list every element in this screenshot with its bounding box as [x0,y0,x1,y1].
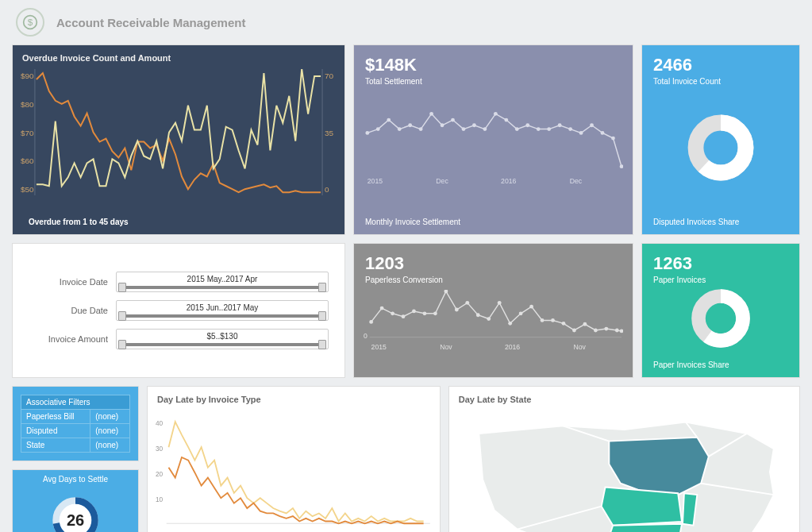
svg-point-12 [365,131,369,135]
svg-point-54 [465,301,469,305]
page-title: Account Receivable Management [56,16,245,29]
paperless-label: Paperless Conversion [354,274,633,291]
svg-text:$70: $70 [21,129,34,137]
svg-point-34 [601,131,605,135]
svg-point-33 [590,123,594,127]
svg-point-32 [579,131,583,135]
daylate-state-title: Day Late by State [449,387,799,408]
svg-point-66 [594,329,598,333]
invoice-date-value: 2015 May..2017 Apr [187,275,258,283]
overdue-card: Overdue Invoice Count and Amount $90 $80… [12,44,345,235]
page-header: $ Account Receivable Management [0,0,812,44]
paper-footer: Paper Invoices Share [653,360,729,369]
table-row: Paperless Bill(none) [21,410,130,424]
daylate-type-title: Day Late by Invoice Type [148,387,440,408]
svg-point-64 [572,329,576,333]
svg-point-67 [604,327,608,331]
svg-point-56 [487,317,491,321]
svg-point-55 [476,313,480,317]
svg-text:0: 0 [325,185,329,194]
paper-donut[interactable] [642,277,799,360]
svg-point-29 [547,127,551,131]
svg-point-48 [402,314,406,318]
svg-text:$60: $60 [21,156,34,165]
svg-point-30 [558,123,562,127]
due-date-label: Due Date [29,306,108,315]
settle-gauge-card: Avg Days to Settle 26 [12,469,139,532]
associative-filters-card: Associative Filters Paperless Bill(none)… [12,386,139,461]
invoice-date-label: Invoice Date [29,277,108,287]
svg-point-17 [419,127,423,131]
assoc-table: Associative Filters Paperless Bill(none)… [21,395,130,453]
invoice-count-value: 2466 [642,45,799,75]
slider-handle-icon[interactable] [318,311,326,321]
settle-value: 26 [67,511,84,530]
svg-point-61 [541,318,545,322]
svg-point-65 [583,322,587,326]
disputed-footer: Disputed Invoices Share [653,218,739,226]
svg-point-22 [472,123,476,127]
overdue-title: Overdue Invoice Count and Amount [13,45,344,67]
svg-point-59 [519,311,523,315]
table-row: State(none) [21,438,130,453]
daylate-type-card: Day Late by Invoice Type 40 30 20 10 ↓↑ … [147,386,441,532]
svg-point-23 [483,127,487,131]
svg-point-14 [387,118,391,122]
svg-text:2015: 2015 [368,177,383,185]
invoice-amount-slider[interactable]: $5..$130 [116,329,329,349]
svg-point-15 [398,127,402,131]
svg-point-18 [429,112,433,116]
slider-handle-icon[interactable] [118,311,126,321]
svg-text:40: 40 [156,420,164,427]
slider-handle-icon[interactable] [118,283,126,292]
disputed-donut[interactable] [642,85,799,210]
svg-point-19 [441,123,444,127]
svg-text:2016: 2016 [505,343,520,351]
svg-text:Nov: Nov [573,343,586,351]
svg-point-45 [369,320,373,324]
slider-handle-icon[interactable] [118,340,126,349]
overdue-chart[interactable]: $90 $80 $70 $60 $50 70 35 0 [21,69,337,195]
settlement-value: $148K [354,45,633,75]
due-date-slider[interactable]: 2015 Jun..2017 May [116,300,329,321]
svg-text:Dec: Dec [570,177,583,185]
slider-handle-icon[interactable] [318,283,326,292]
svg-text:10: 10 [156,496,164,503]
svg-point-69 [620,330,623,333]
state-map[interactable] [453,411,795,532]
svg-text:30: 30 [156,445,164,453]
svg-text:2016: 2016 [501,177,516,185]
svg-point-46 [380,306,384,310]
settle-title: Avg Days to Settle [13,470,138,488]
svg-point-51 [433,311,437,315]
svg-point-31 [568,127,572,131]
svg-point-20 [451,118,455,122]
svg-text:$80: $80 [21,100,34,109]
settlement-chart[interactable]: 2015 Dec 2016 Dec [364,101,623,185]
svg-point-35 [611,137,615,141]
svg-point-25 [504,118,508,122]
daylate-state-card: Day Late by State [448,386,800,532]
svg-point-16 [408,123,412,127]
svg-point-57 [498,301,502,305]
settlement-card: $148K Total Settlement 2015 Dec 2016 Dec… [353,44,633,235]
paperless-value: 1203 [354,244,633,274]
svg-text:$90: $90 [21,71,34,80]
daylate-type-chart[interactable]: 40 30 20 10 [156,414,432,530]
svg-text:$: $ [28,17,33,27]
svg-text:20: 20 [156,471,164,478]
svg-point-13 [376,127,380,131]
settle-gauge[interactable]: 26 [13,488,138,532]
svg-point-28 [537,127,541,131]
table-row: Disputed(none) [21,424,130,438]
svg-point-36 [620,164,623,168]
svg-text:2015: 2015 [371,343,387,351]
paperless-chart[interactable]: 0 2015 Nov 2016 Nov [364,290,623,351]
svg-point-63 [562,322,566,326]
slider-handle-icon[interactable] [318,340,326,349]
assoc-title: Associative Filters [21,395,130,410]
svg-text:35: 35 [325,129,334,137]
invoice-date-slider[interactable]: 2015 May..2017 Apr [116,272,329,292]
settlement-label: Total Settlement [354,75,633,92]
svg-point-62 [551,318,555,322]
